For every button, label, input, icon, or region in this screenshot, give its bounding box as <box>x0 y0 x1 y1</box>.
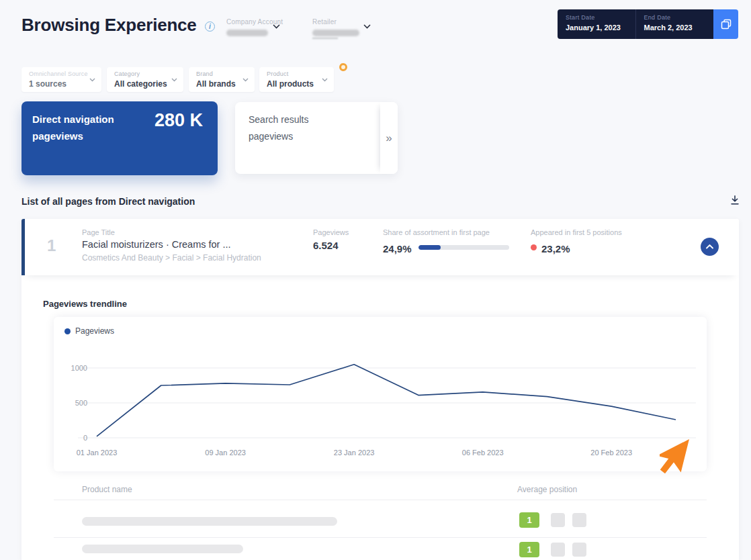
share-label: Share of assortment in first page <box>383 228 509 236</box>
share-progress-fill <box>418 245 441 250</box>
filter-label: Category <box>114 71 166 77</box>
metric-label: Direct navigation pageviews <box>32 111 120 144</box>
cards-expand-strip: » <box>380 102 398 174</box>
chevron-down-icon[interactable] <box>273 24 280 29</box>
trendline-chart-card: Pageviews 0500100001 Jan 202309 Jan 2023… <box>54 317 707 471</box>
page-title-value: Facial moisturizers · Creams for ... <box>82 239 261 250</box>
svg-text:1000: 1000 <box>71 364 87 372</box>
chart-legend: Pageviews <box>64 326 114 336</box>
collapse-row-button[interactable] <box>701 238 719 256</box>
pageviews-label: Pageviews <box>313 228 349 236</box>
filter-label: Omnichannel Source <box>29 71 84 77</box>
appeared-group: Appeared in first 5 positions 23,2% <box>531 228 622 254</box>
metric-card-search-results[interactable]: Search results pageviews » <box>235 102 398 174</box>
svg-text:20 Feb 2023: 20 Feb 2023 <box>590 449 632 457</box>
svg-text:500: 500 <box>75 399 87 407</box>
appeared-value: 23,2% <box>541 243 570 254</box>
filter-category[interactable]: Category All categories <box>107 67 183 92</box>
table-divider <box>54 500 707 500</box>
trendline-title: Pageviews trendline <box>43 299 127 309</box>
table-divider <box>54 537 707 538</box>
product-name-redacted <box>82 517 337 526</box>
product-name-redacted <box>82 545 243 553</box>
start-date-label: Start Date <box>566 14 627 21</box>
position-empty-cell <box>572 543 586 557</box>
position-badge: 1 <box>519 512 539 528</box>
svg-text:06 Feb 2023: 06 Feb 2023 <box>462 449 504 457</box>
filter-omnichannel-source[interactable]: Omnichannel Source 1 sources <box>21 67 101 92</box>
position-empty-cell <box>572 513 586 527</box>
date-picker-button[interactable] <box>713 9 738 39</box>
start-date-field[interactable]: Start Date January 1, 2023 <box>558 9 635 39</box>
retailer-label: Retailer <box>312 18 359 26</box>
filter-value: All categories <box>114 79 166 89</box>
position-empty-cell <box>551 543 565 557</box>
chevron-down-icon <box>322 78 328 82</box>
red-status-icon <box>531 244 537 250</box>
metric-value: 280 K <box>154 110 203 131</box>
share-value: 24,9% <box>383 243 412 254</box>
company-account-value-redacted <box>226 30 268 36</box>
column-header-average-position: Average position <box>517 485 577 494</box>
filter-label: Product <box>267 71 316 77</box>
svg-text:23 Jan 2023: 23 Jan 2023 <box>334 449 375 457</box>
chevron-down-icon <box>171 78 177 82</box>
pages-list-panel: 1 Page Title Facial moisturizers · Cream… <box>21 219 739 560</box>
retailer-dropdown[interactable]: Retailer <box>312 18 359 39</box>
date-range-picker: Start Date January 1, 2023 End Date Marc… <box>558 9 713 39</box>
position-badge: 1 <box>519 542 539 557</box>
share-progress-bar <box>418 245 509 250</box>
position-empty-cell <box>551 513 565 527</box>
svg-text:01 Jan 2023: 01 Jan 2023 <box>77 449 118 457</box>
section-title: List of all pages from Direct navigation <box>21 196 195 207</box>
filter-brand[interactable]: Brand All brands <box>189 67 255 92</box>
legend-dot-icon <box>64 328 71 334</box>
appeared-label: Appeared in first 5 positions <box>531 228 622 236</box>
page-title-group: Page Title Facial moisturizers · Creams … <box>82 228 261 263</box>
share-group: Share of assortment in first page 24,9% <box>383 228 509 254</box>
page-row-1[interactable]: 1 Page Title Facial moisturizers · Cream… <box>21 219 739 275</box>
pageviews-trend-chart: 0500100001 Jan 202309 Jan 202323 Jan 202… <box>58 344 703 469</box>
row-accent-bar <box>21 219 25 275</box>
browsing-experience-screen: Browsing Experience i Company Account Re… <box>0 0 751 560</box>
retailer-value-underline <box>312 38 338 39</box>
pageviews-value: 6.524 <box>313 240 349 251</box>
column-header-product-name: Product name <box>82 485 132 494</box>
breadcrumb: Cosmetics And Beauty > Facial > Facial H… <box>82 253 261 263</box>
row-rank: 1 <box>47 236 56 255</box>
info-icon[interactable]: i <box>205 21 215 32</box>
filter-label: Brand <box>196 71 237 77</box>
svg-text:09 Jan 2023: 09 Jan 2023 <box>205 449 246 457</box>
warning-status-icon <box>339 63 347 71</box>
end-date-field[interactable]: End Date March 2, 2023 <box>635 9 714 39</box>
chevron-down-icon <box>89 78 95 82</box>
download-button[interactable] <box>728 194 742 207</box>
pageviews-group: Pageviews 6.524 <box>313 228 349 251</box>
start-date-value: January 1, 2023 <box>566 24 627 32</box>
chevron-down-icon <box>242 78 249 82</box>
end-date-value: March 2, 2023 <box>644 24 706 32</box>
chevron-down-icon[interactable] <box>363 24 371 29</box>
retailer-value-redacted <box>312 30 359 36</box>
end-date-label: End Date <box>644 14 706 21</box>
legend-label: Pageviews <box>75 326 114 336</box>
chevron-up-icon <box>706 244 713 249</box>
expand-cards-button[interactable]: » <box>386 132 392 144</box>
page-title: Browsing Experience <box>21 15 197 36</box>
metric-label: Search results pageviews <box>249 111 329 144</box>
metric-card-direct-navigation[interactable]: Direct navigation pageviews 280 K <box>21 101 218 175</box>
filter-product[interactable]: Product All products <box>259 67 334 92</box>
page-title-label: Page Title <box>82 228 261 236</box>
calendar-overlap-icon <box>721 19 732 30</box>
filter-value: 1 sources <box>29 79 84 89</box>
svg-text:0: 0 <box>83 434 87 442</box>
filter-value: All brands <box>196 79 237 89</box>
filter-value: All products <box>267 79 316 89</box>
download-icon <box>729 194 741 206</box>
